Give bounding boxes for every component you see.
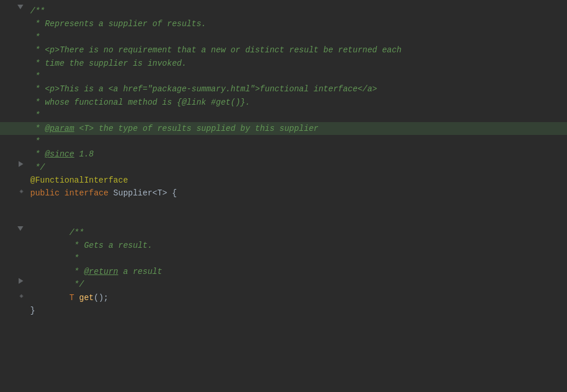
line-content-10: * @param <T> the type of results supplie… [26, 122, 567, 135]
gutter-23[interactable]: ◈ [0, 291, 26, 302]
code-editor: /** * Represents a supplier of results. … [0, 0, 567, 392]
code-line-6: * [0, 70, 567, 83]
code-line-1: /** [0, 5, 567, 17]
line-content-19: * Gets a result. [26, 239, 567, 252]
code-line-15: ◈ public interface Supplier<T> { [0, 187, 567, 199]
line-content-15: public interface Supplier<T> { [26, 187, 567, 199]
line-content-7: * <p>This is a <a href="package-summary.… [26, 83, 567, 95]
line-content-16 [26, 200, 567, 213]
line-content-8: * whose functional method is {@link #get… [26, 96, 567, 109]
line-content-3: * [26, 31, 567, 44]
line-content-1: /** [26, 5, 567, 17]
code-line-3: * [0, 31, 567, 44]
code-line-7: * <p>This is a <a href="package-summary.… [0, 83, 567, 95]
code-line-11: * [0, 135, 567, 148]
gutter-15[interactable]: ◈ [0, 187, 26, 197]
gutter-22[interactable] [0, 278, 26, 284]
code-line-12: * @since 1.8 [0, 148, 567, 161]
line-content-21: * @return a result [26, 265, 567, 278]
fold-icon-18[interactable] [17, 226, 23, 231]
code-line-16 [0, 200, 567, 213]
code-line-10: * @param <T> the type of results supplie… [0, 122, 567, 135]
line-content-4: * <p>There is no requirement that a new … [26, 44, 567, 56]
line-content-20: * [26, 252, 567, 265]
code-line-13: */ [0, 161, 567, 174]
line-content-12: * @since 1.8 [26, 148, 567, 161]
code-line-9: * [0, 109, 567, 122]
code-line-23: ◈ T get(); [0, 291, 567, 304]
gutter-13[interactable] [0, 161, 26, 167]
line-content-18: /** [26, 226, 567, 239]
line-content-9: * [26, 109, 567, 122]
code-line-2: * Represents a supplier of results. [0, 17, 567, 30]
code-line-20: * [0, 252, 567, 265]
line-content-5: * time the supplier is invoked. [26, 57, 567, 70]
code-line-17 [0, 213, 567, 226]
code-line-21: * @return a result [0, 265, 567, 278]
code-line-5: * time the supplier is invoked. [0, 57, 567, 70]
fold-icon-22[interactable] [19, 278, 23, 284]
line-content-24: } [26, 304, 567, 317]
marker-15: ◈ [19, 187, 23, 197]
line-content-11: * [26, 135, 567, 148]
code-line-22: */ [0, 278, 567, 291]
fold-icon-13[interactable] [19, 161, 23, 167]
line-content-14: @FunctionalInterface [26, 174, 567, 187]
line-content-22: */ [26, 278, 567, 291]
code-line-19: * Gets a result. [0, 239, 567, 252]
code-line-8: * whose functional method is {@link #get… [0, 96, 567, 109]
line-content-2: * Represents a supplier of results. [26, 17, 567, 30]
line-content-23: T get(); [26, 291, 567, 304]
line-content-6: * [26, 70, 567, 83]
fold-icon-1[interactable] [17, 5, 23, 9]
code-line-4: * <p>There is no requirement that a new … [0, 44, 567, 56]
gutter-18[interactable] [0, 226, 26, 231]
code-line-14: @FunctionalInterface [0, 174, 567, 187]
gutter-1[interactable] [0, 5, 26, 9]
line-content-13: */ [26, 161, 567, 174]
code-line-18: /** [0, 226, 567, 239]
code-line-24: } [0, 304, 567, 317]
line-content-17 [26, 213, 567, 226]
marker-23: ◈ [19, 291, 23, 302]
